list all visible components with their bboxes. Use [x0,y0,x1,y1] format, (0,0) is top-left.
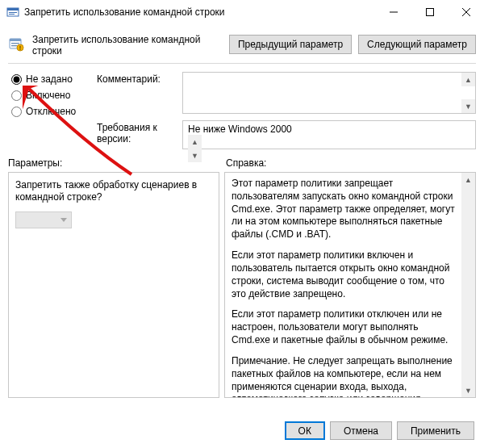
scroll-down-icon[interactable]: ▼ [461,99,475,113]
app-icon [6,6,19,19]
parameters-pane: Запретить также обработку сценариев в ко… [8,172,219,398]
radio-not-configured-input[interactable] [11,74,22,85]
help-paragraph: Если этот параметр политики отключен или… [232,308,457,346]
comment-scrollbar[interactable]: ▲ ▼ [461,73,475,113]
help-scrollbar[interactable]: ▲ ▼ [461,173,475,397]
radio-disabled-label: Отключено [26,106,76,117]
policy-icon [8,36,24,52]
previous-setting-button[interactable]: Предыдущий параметр [229,35,352,54]
ok-button[interactable]: ОК [285,421,325,440]
comment-label: Комментарий: [97,72,177,85]
maximize-button[interactable] [411,0,448,24]
help-pane: Этот параметр политики запрещает пользов… [224,172,476,398]
svg-rect-10 [11,43,19,44]
svg-rect-1 [7,8,19,10]
titlebar: Запретить использование командной строки [0,0,484,24]
minimize-button[interactable] [375,0,411,24]
help-text[interactable]: Этот параметр политики запрещает пользов… [225,173,475,397]
radio-disabled[interactable]: Отключено [11,106,92,117]
comment-field[interactable]: ▲ ▼ [182,72,476,114]
svg-rect-13 [19,46,20,48]
requirements-value: Не ниже Windows 2000 [188,124,292,135]
close-button[interactable] [448,0,484,24]
svg-rect-3 [9,14,15,15]
main-area: Запретить также обработку сценариев в ко… [0,172,484,398]
radio-not-configured-label: Не задано [26,73,73,85]
footer-buttons: ОК Отмена Применить [285,421,474,440]
radio-enabled-input[interactable] [11,90,22,101]
radio-enabled[interactable]: Включено [11,90,92,101]
scroll-up-icon[interactable]: ▲ [188,135,202,149]
next-setting-button[interactable]: Следующий параметр [358,35,476,54]
requirements-scrollbar[interactable]: ▲ ▼ [188,135,459,162]
svg-rect-2 [9,12,17,13]
scroll-down-icon[interactable]: ▼ [461,383,475,397]
window-controls [375,0,484,24]
help-paragraph: Этот параметр политики запрещает пользов… [232,178,457,241]
script-processing-combo [15,211,72,228]
policy-title: Запретить использование командной строки [32,32,223,57]
svg-rect-11 [11,45,17,46]
svg-rect-14 [19,48,20,49]
radio-disabled-input[interactable] [11,107,22,117]
requirements-label: Требования к версии: [97,120,177,144]
header-row: Запретить использование командной строки… [0,24,484,63]
help-paragraph: Примечание. Не следует запрещать выполне… [232,355,457,397]
cancel-button[interactable]: Отмена [330,421,392,440]
param-question: Запретить также обработку сценариев в ко… [15,179,212,203]
help-paragraph: Если этот параметр политики включен и по… [232,249,457,300]
radio-not-configured[interactable]: Не задано [11,73,92,85]
svg-rect-9 [10,39,21,41]
divider [8,63,476,64]
svg-rect-5 [426,9,433,16]
scroll-up-icon[interactable]: ▲ [461,73,475,86]
upper-grid: Не задано Включено Отключено Комментарий… [0,69,484,149]
scroll-down-icon[interactable]: ▼ [188,149,202,162]
window-title: Запретить использование командной строки [24,6,375,18]
scroll-up-icon[interactable]: ▲ [461,173,475,186]
requirements-field[interactable]: Не ниже Windows 2000 ▲ ▼ [182,120,476,149]
apply-button[interactable]: Применить [397,421,474,440]
radio-enabled-label: Включено [26,90,70,101]
